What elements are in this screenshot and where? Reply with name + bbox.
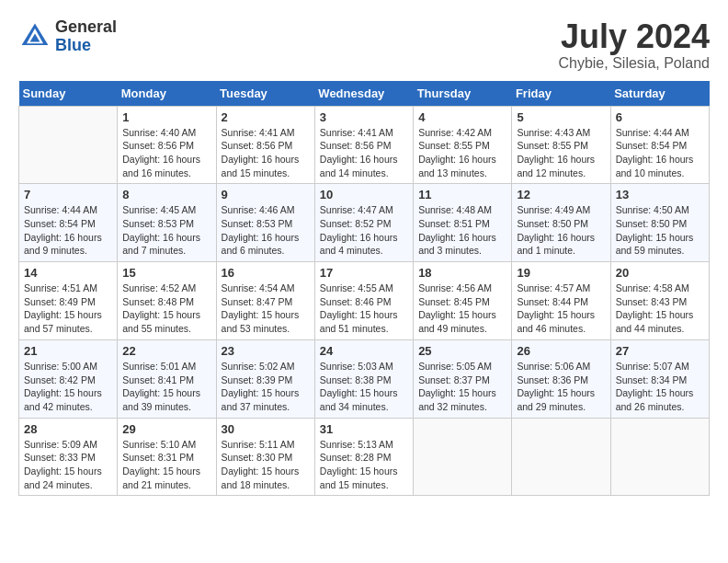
- day-number: 9: [222, 188, 310, 201]
- logo-text: General Blue: [55, 18, 117, 55]
- day-number: 8: [122, 188, 210, 201]
- cell-details: Sunrise: 4:58 AM Sunset: 8:43 PM Dayligh…: [616, 282, 694, 334]
- calendar-cell: 19Sunrise: 4:57 AM Sunset: 8:44 PM Dayli…: [512, 262, 610, 340]
- day-number: 23: [222, 344, 310, 358]
- calendar-cell: 30Sunrise: 5:11 AM Sunset: 8:30 PM Dayli…: [216, 418, 314, 496]
- calendar-cell: 29Sunrise: 5:10 AM Sunset: 8:31 PM Dayli…: [118, 418, 216, 496]
- calendar-cell: 5Sunrise: 4:43 AM Sunset: 8:55 PM Daylig…: [512, 106, 610, 184]
- calendar-cell: 21Sunrise: 5:00 AM Sunset: 8:42 PM Dayli…: [19, 339, 118, 418]
- cell-details: Sunrise: 5:00 AM Sunset: 8:42 PM Dayligh…: [24, 361, 102, 412]
- cell-details: Sunrise: 5:09 AM Sunset: 8:33 PM Dayligh…: [24, 439, 102, 490]
- calendar-cell: 6Sunrise: 4:44 AM Sunset: 8:54 PM Daylig…: [610, 106, 709, 184]
- cell-details: Sunrise: 4:52 AM Sunset: 8:48 PM Dayligh…: [122, 282, 200, 334]
- logo: General Blue: [18, 18, 117, 55]
- day-number: 5: [517, 110, 605, 124]
- header-wednesday: Wednesday: [314, 81, 413, 107]
- day-number: 28: [24, 422, 112, 436]
- calendar-cell: [19, 106, 118, 184]
- day-number: 17: [320, 266, 408, 280]
- header-saturday: Saturday: [610, 81, 709, 107]
- cell-details: Sunrise: 5:11 AM Sunset: 8:30 PM Dayligh…: [222, 439, 300, 490]
- calendar-cell: 16Sunrise: 4:54 AM Sunset: 8:47 PM Dayli…: [216, 262, 314, 340]
- day-number: 27: [616, 344, 704, 358]
- calendar-header-row: SundayMondayTuesdayWednesdayThursdayFrid…: [19, 81, 710, 107]
- cell-details: Sunrise: 5:03 AM Sunset: 8:38 PM Dayligh…: [320, 361, 398, 412]
- calendar-cell: 13Sunrise: 4:50 AM Sunset: 8:50 PM Dayli…: [610, 184, 709, 262]
- cell-details: Sunrise: 4:54 AM Sunset: 8:47 PM Dayligh…: [222, 282, 300, 334]
- header-friday: Friday: [512, 81, 610, 107]
- cell-details: Sunrise: 4:50 AM Sunset: 8:50 PM Dayligh…: [616, 204, 694, 256]
- calendar-cell: 1Sunrise: 4:40 AM Sunset: 8:56 PM Daylig…: [118, 106, 216, 184]
- day-number: 10: [320, 188, 408, 201]
- day-number: 22: [122, 344, 210, 358]
- day-number: 4: [418, 110, 506, 124]
- cell-details: Sunrise: 4:55 AM Sunset: 8:46 PM Dayligh…: [320, 282, 398, 334]
- calendar-week-4: 21Sunrise: 5:00 AM Sunset: 8:42 PM Dayli…: [19, 339, 710, 418]
- cell-details: Sunrise: 5:05 AM Sunset: 8:37 PM Dayligh…: [418, 361, 496, 412]
- day-number: 20: [616, 266, 704, 280]
- day-number: 18: [418, 266, 506, 280]
- calendar-cell: 25Sunrise: 5:05 AM Sunset: 8:37 PM Dayli…: [414, 339, 512, 418]
- calendar-week-3: 14Sunrise: 4:51 AM Sunset: 8:49 PM Dayli…: [19, 262, 710, 340]
- cell-details: Sunrise: 4:57 AM Sunset: 8:44 PM Dayligh…: [517, 282, 595, 334]
- calendar-cell: 24Sunrise: 5:03 AM Sunset: 8:38 PM Dayli…: [314, 339, 413, 418]
- header-sunday: Sunday: [19, 81, 118, 107]
- calendar-week-1: 1Sunrise: 4:40 AM Sunset: 8:56 PM Daylig…: [19, 106, 710, 184]
- cell-details: Sunrise: 5:10 AM Sunset: 8:31 PM Dayligh…: [122, 439, 200, 490]
- day-number: 6: [616, 110, 704, 124]
- day-number: 31: [320, 422, 408, 436]
- calendar-cell: 7Sunrise: 4:44 AM Sunset: 8:54 PM Daylig…: [19, 184, 118, 262]
- cell-details: Sunrise: 4:51 AM Sunset: 8:49 PM Dayligh…: [24, 282, 102, 334]
- day-number: 25: [418, 344, 506, 358]
- cell-details: Sunrise: 5:13 AM Sunset: 8:28 PM Dayligh…: [320, 439, 398, 490]
- day-number: 14: [24, 266, 112, 280]
- calendar-cell: 18Sunrise: 4:56 AM Sunset: 8:45 PM Dayli…: [414, 262, 512, 340]
- cell-details: Sunrise: 5:07 AM Sunset: 8:34 PM Dayligh…: [616, 361, 694, 412]
- header-thursday: Thursday: [414, 81, 512, 107]
- day-number: 13: [616, 188, 704, 201]
- day-number: 16: [222, 266, 310, 280]
- header-monday: Monday: [118, 81, 216, 107]
- calendar-cell: 4Sunrise: 4:42 AM Sunset: 8:55 PM Daylig…: [414, 106, 512, 184]
- cell-details: Sunrise: 4:44 AM Sunset: 8:54 PM Dayligh…: [616, 127, 694, 178]
- logo-icon: [18, 20, 51, 53]
- day-number: 11: [418, 188, 506, 201]
- day-number: 29: [122, 422, 210, 436]
- cell-details: Sunrise: 4:41 AM Sunset: 8:56 PM Dayligh…: [320, 127, 398, 178]
- header-tuesday: Tuesday: [216, 81, 314, 107]
- calendar-week-5: 28Sunrise: 5:09 AM Sunset: 8:33 PM Dayli…: [19, 418, 710, 496]
- logo-general: General: [55, 17, 117, 36]
- month-year: July 2024: [558, 18, 710, 55]
- calendar-cell: 15Sunrise: 4:52 AM Sunset: 8:48 PM Dayli…: [118, 262, 216, 340]
- calendar-cell: 8Sunrise: 4:45 AM Sunset: 8:53 PM Daylig…: [118, 184, 216, 262]
- calendar-cell: [610, 418, 709, 496]
- location: Chybie, Silesia, Poland: [558, 55, 710, 72]
- day-number: 12: [517, 188, 605, 201]
- cell-details: Sunrise: 4:41 AM Sunset: 8:56 PM Dayligh…: [222, 127, 300, 178]
- day-number: 19: [517, 266, 605, 280]
- day-number: 1: [122, 110, 210, 124]
- cell-details: Sunrise: 4:40 AM Sunset: 8:56 PM Dayligh…: [122, 127, 200, 178]
- cell-details: Sunrise: 5:02 AM Sunset: 8:39 PM Dayligh…: [222, 361, 300, 412]
- cell-details: Sunrise: 4:42 AM Sunset: 8:55 PM Dayligh…: [418, 127, 496, 178]
- calendar-cell: 27Sunrise: 5:07 AM Sunset: 8:34 PM Dayli…: [610, 339, 709, 418]
- logo-blue: Blue: [55, 36, 91, 54]
- day-number: 15: [122, 266, 210, 280]
- calendar-cell: [512, 418, 610, 496]
- cell-details: Sunrise: 4:56 AM Sunset: 8:45 PM Dayligh…: [418, 282, 496, 334]
- cell-details: Sunrise: 4:44 AM Sunset: 8:54 PM Dayligh…: [24, 204, 102, 256]
- title-block: July 2024 Chybie, Silesia, Poland: [558, 18, 710, 72]
- cell-details: Sunrise: 4:49 AM Sunset: 8:50 PM Dayligh…: [517, 204, 595, 256]
- calendar-cell: 3Sunrise: 4:41 AM Sunset: 8:56 PM Daylig…: [314, 106, 413, 184]
- cell-details: Sunrise: 4:47 AM Sunset: 8:52 PM Dayligh…: [320, 204, 398, 256]
- calendar-cell: 11Sunrise: 4:48 AM Sunset: 8:51 PM Dayli…: [414, 184, 512, 262]
- calendar-cell: 23Sunrise: 5:02 AM Sunset: 8:39 PM Dayli…: [216, 339, 314, 418]
- page-header: General Blue July 2024 Chybie, Silesia, …: [18, 18, 710, 72]
- day-number: 3: [320, 110, 408, 124]
- day-number: 26: [517, 344, 605, 358]
- day-number: 21: [24, 344, 112, 358]
- cell-details: Sunrise: 4:45 AM Sunset: 8:53 PM Dayligh…: [122, 204, 200, 256]
- calendar-cell: 9Sunrise: 4:46 AM Sunset: 8:53 PM Daylig…: [216, 184, 314, 262]
- calendar-cell: 20Sunrise: 4:58 AM Sunset: 8:43 PM Dayli…: [610, 262, 709, 340]
- calendar-week-2: 7Sunrise: 4:44 AM Sunset: 8:54 PM Daylig…: [19, 184, 710, 262]
